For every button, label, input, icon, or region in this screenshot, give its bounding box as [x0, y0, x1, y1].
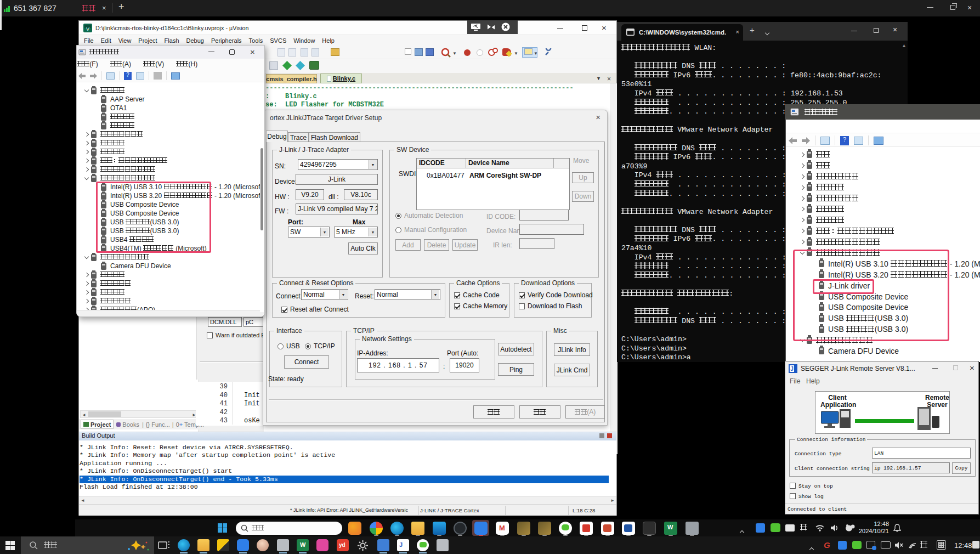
svg-text:J: J	[790, 366, 794, 372]
svg-text:V: V	[86, 26, 89, 32]
